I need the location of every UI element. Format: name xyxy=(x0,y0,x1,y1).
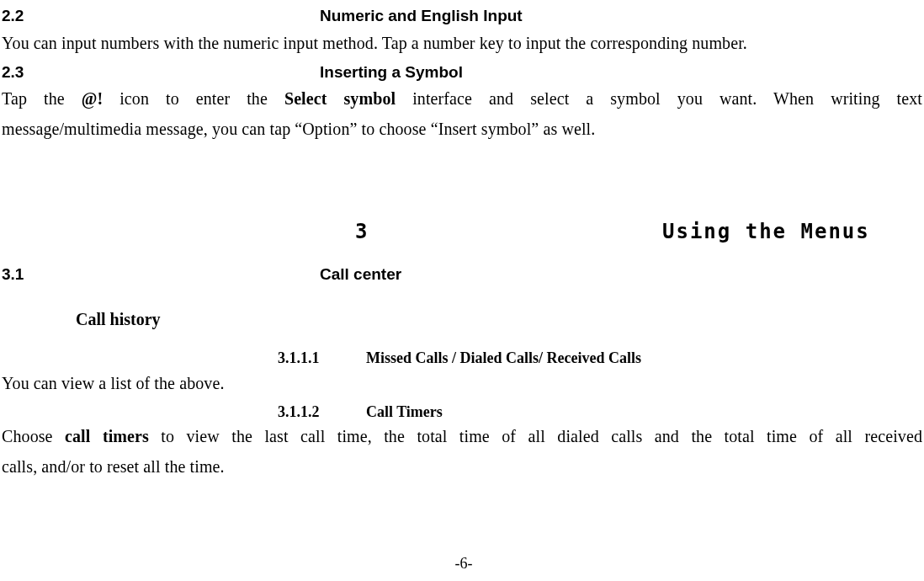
chapter-3-row: 3 Using the Menus xyxy=(2,218,922,247)
section-2-2-title: Numeric and English Input xyxy=(320,5,922,28)
section-3-1-1-1-text: You can view a list of the above. xyxy=(2,371,922,395)
section-3-1-1-1-title: Missed Calls / Dialed Calls/ Received Ca… xyxy=(366,348,641,369)
s23-l1-b: @! xyxy=(82,89,103,108)
s23-l1-c: icon to enter the xyxy=(103,89,284,108)
s3112-l1-a: Choose xyxy=(2,427,65,445)
page-number: -6- xyxy=(2,553,924,574)
section-2-3-line2: message/multimedia message, you can tap … xyxy=(2,117,922,141)
section-3-1-1-2-row: 3.1.1.2 Call Timers xyxy=(2,402,922,423)
section-3-1-row: 3.1 Call center xyxy=(2,264,922,286)
s3112-l1-b: call timers xyxy=(65,427,149,445)
section-3-1-number: 3.1 xyxy=(2,264,320,286)
section-3-1-1-2-title: Call Timers xyxy=(366,402,443,423)
section-3-1-1-1-number: 3.1.1.1 xyxy=(278,348,366,369)
section-3-1-1-2-line1: Choose call timers to view the last call… xyxy=(2,424,922,448)
section-3-1-1-2-line2: calls, and/or to reset all the time. xyxy=(2,455,922,478)
section-3-1-1-2-number: 3.1.1.2 xyxy=(278,402,366,423)
s3112-l1-c: to view the last call time, the total ti… xyxy=(149,427,922,445)
subheading-call-history: Call history xyxy=(76,307,922,331)
s23-l1-e: interface and select a symbol you want. … xyxy=(396,89,922,108)
section-2-3-number: 2.3 xyxy=(2,61,320,84)
chapter-3-title: Using the Menus xyxy=(662,218,870,247)
s23-l1-d: Select symbol xyxy=(284,89,396,108)
section-3-1-1-1-row: 3.1.1.1 Missed Calls / Dialed Calls/ Rec… xyxy=(2,348,922,369)
section-2-3-title: Inserting a Symbol xyxy=(320,61,922,84)
chapter-3-number: 3 xyxy=(355,218,662,247)
section-2-2-number: 2.2 xyxy=(2,5,320,28)
section-2-2-text: You can input numbers with the numeric i… xyxy=(2,31,922,55)
section-2-3-row: 2.3 Inserting a Symbol xyxy=(2,61,922,84)
section-3-1-title: Call center xyxy=(320,264,922,286)
section-2-3-line1: Tap the @! icon to enter the Select symb… xyxy=(2,87,922,110)
section-2-2-row: 2.2 Numeric and English Input xyxy=(2,5,922,28)
s23-l1-a: Tap the xyxy=(2,89,82,108)
